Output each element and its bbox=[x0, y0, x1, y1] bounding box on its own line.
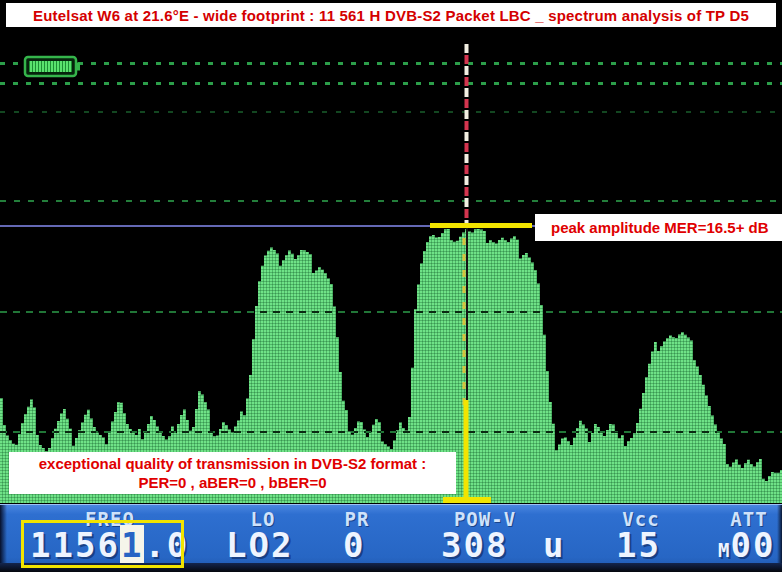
title-banner: Eutelsat W6 at 21.6°E - wide footprint :… bbox=[5, 2, 777, 28]
quality-annotation: exceptional quality of transmission in D… bbox=[9, 452, 456, 494]
att-value: M00 bbox=[718, 525, 775, 565]
quality-line-2: PER=0 , aBER=0 , bBER=0 bbox=[9, 473, 456, 492]
att-digits: 00 bbox=[730, 525, 775, 565]
status-bar: FREQ LO PR POW-V Vcc ATT 11561.0 LO2 0 3… bbox=[0, 504, 782, 572]
peak-amplitude-label: peak amplitude MER=16.5+ dB bbox=[535, 214, 782, 241]
meter-screen: Eutelsat W6 at 21.6°E - wide footprint :… bbox=[0, 0, 782, 572]
status-bar-right-shade bbox=[777, 505, 782, 572]
freq-digits-suffix: .0 bbox=[144, 525, 189, 565]
pow-v-unit: u bbox=[543, 525, 565, 565]
quality-line-1: exceptional quality of transmission in D… bbox=[9, 454, 456, 473]
lo-value: LO2 bbox=[226, 525, 293, 565]
freq-value[interactable]: 11561.0 bbox=[30, 525, 189, 565]
battery-icon bbox=[25, 57, 80, 76]
vcc-value: 15 bbox=[616, 525, 661, 565]
status-bar-left-shade bbox=[0, 505, 7, 572]
freq-digits-prefix: 1156 bbox=[30, 525, 120, 565]
title-text: Eutelsat W6 at 21.6°E - wide footprint :… bbox=[33, 7, 749, 24]
pr-value: 0 bbox=[343, 525, 365, 565]
pow-v-value: 308 bbox=[441, 525, 508, 565]
freq-digit-cursor[interactable]: 1 bbox=[120, 525, 144, 565]
cursor-base-tick bbox=[443, 497, 491, 503]
att-mode-prefix: M bbox=[718, 539, 730, 561]
peak-pointer-line bbox=[430, 223, 532, 228]
status-bar-bottom-shade bbox=[0, 563, 782, 572]
